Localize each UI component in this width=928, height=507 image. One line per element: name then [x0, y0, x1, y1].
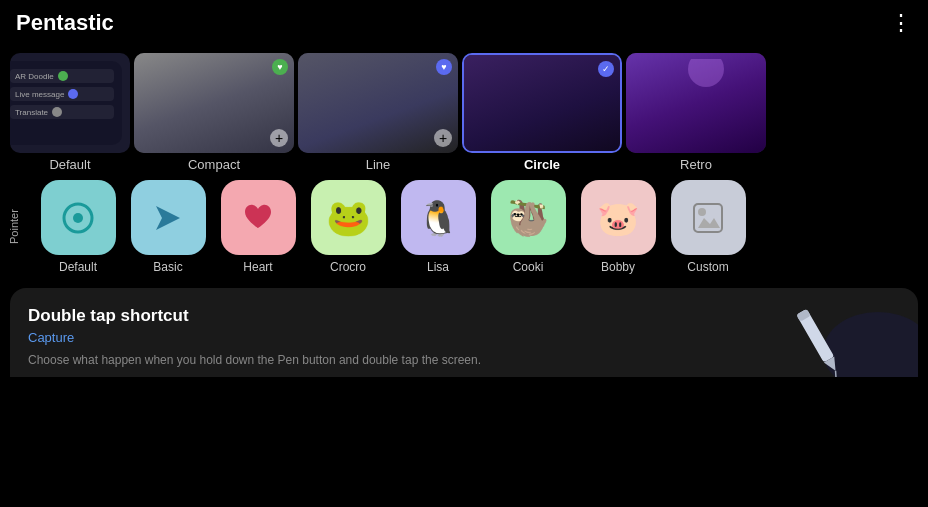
compact-label: Compact	[188, 157, 240, 172]
pointer-label-lisa: Lisa	[427, 260, 449, 274]
pointer-item-heart[interactable]: Heart	[218, 180, 298, 274]
pointer-icon-basic	[131, 180, 206, 255]
default-label: Default	[49, 157, 90, 172]
header: Pentastic ⋮	[0, 0, 928, 42]
pointer-label-bobby: Bobby	[601, 260, 635, 274]
pointer-icon-lisa: 🐧	[401, 180, 476, 255]
pointer-icon-bobby: 🐷	[581, 180, 656, 255]
style-card-circle[interactable]: ✓ Circle	[462, 53, 622, 172]
app-title: Pentastic	[16, 10, 114, 36]
default-thumb: AR Doodle Live message Translate	[10, 53, 130, 153]
pointer-section: Pointer Default Basic	[0, 180, 928, 274]
svg-marker-2	[156, 206, 180, 230]
pointer-label-default: Default	[59, 260, 97, 274]
double-tap-section: Double tap shortcut Capture Choose what …	[10, 288, 918, 377]
compact-plus: +	[270, 129, 288, 147]
compact-thumb: ♥ +	[134, 53, 294, 153]
pointer-label-heart: Heart	[243, 260, 272, 274]
pointer-icon-crocro: 🐸	[311, 180, 386, 255]
retro-label: Retro	[680, 157, 712, 172]
circle-thumb: ✓	[462, 53, 622, 153]
circle-badge: ✓	[598, 61, 614, 77]
retro-thumb	[626, 53, 766, 153]
pointer-label-cooki: Cooki	[513, 260, 544, 274]
style-row: AR Doodle Live message Translate Default…	[0, 42, 928, 172]
circle-label: Circle	[524, 157, 560, 172]
line-plus: +	[434, 129, 452, 147]
pointer-label-basic: Basic	[153, 260, 182, 274]
double-tap-desc: Choose what happen when you hold down th…	[28, 353, 528, 367]
pointer-item-basic[interactable]: Basic	[128, 180, 208, 274]
pointer-label-crocro: Crocro	[330, 260, 366, 274]
pointer-item-default[interactable]: Default	[38, 180, 118, 274]
compact-badge: ♥	[272, 59, 288, 75]
pointer-icon-custom	[671, 180, 746, 255]
line-thumb: ♥ +	[298, 53, 458, 153]
more-icon[interactable]: ⋮	[890, 10, 912, 36]
style-card-line[interactable]: ♥ + Line	[298, 53, 458, 172]
pointer-item-bobby[interactable]: 🐷 Bobby	[578, 180, 658, 274]
svg-point-1	[73, 213, 83, 223]
svg-point-4	[698, 208, 706, 216]
pointer-icon-heart	[221, 180, 296, 255]
line-label: Line	[366, 157, 391, 172]
svg-point-5	[823, 312, 918, 377]
pointer-item-custom[interactable]: Custom	[668, 180, 748, 274]
pen-illustration	[758, 277, 918, 377]
line-badge: ♥	[436, 59, 452, 75]
style-card-compact[interactable]: ♥ + Compact	[134, 53, 294, 172]
pointer-icon-cooki: 🦥	[491, 180, 566, 255]
pointer-item-cooki[interactable]: 🦥 Cooki	[488, 180, 568, 274]
pointer-icon-default	[41, 180, 116, 255]
pointer-items: Default Basic Heart 🐸 Cro	[28, 180, 758, 274]
style-card-retro[interactable]: Retro	[626, 53, 766, 172]
pointer-label: Pointer	[0, 182, 28, 272]
pointer-item-lisa[interactable]: 🐧 Lisa	[398, 180, 478, 274]
style-card-default[interactable]: AR Doodle Live message Translate Default	[10, 53, 130, 172]
pointer-item-crocro[interactable]: 🐸 Crocro	[308, 180, 388, 274]
pointer-label-custom: Custom	[687, 260, 728, 274]
